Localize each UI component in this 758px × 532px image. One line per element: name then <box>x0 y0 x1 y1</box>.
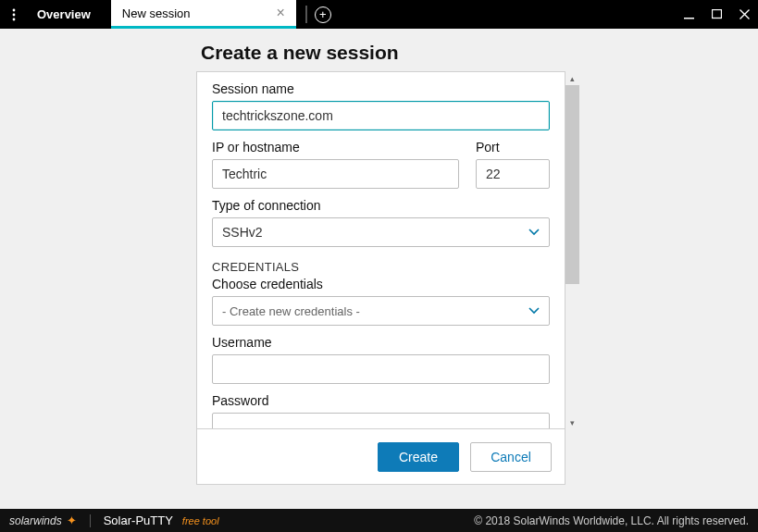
tab-overview-label: Overview <box>37 7 91 21</box>
svg-point-0 <box>13 8 16 11</box>
svg-point-1 <box>13 13 16 16</box>
create-button-label: Create <box>399 450 438 464</box>
svg-rect-4 <box>712 10 721 19</box>
scroll-down-arrow-icon[interactable]: ▾ <box>565 415 579 429</box>
tab-spacer <box>296 0 305 29</box>
session-name-label: Session name <box>212 81 550 96</box>
scroll-up-arrow-icon[interactable]: ▴ <box>565 71 579 85</box>
tab-new-session-label: New session <box>122 6 191 20</box>
choose-credentials-select[interactable]: - Create new credentials - <box>212 296 550 326</box>
create-button[interactable]: Create <box>378 442 459 472</box>
maximize-button[interactable] <box>702 0 730 29</box>
footer-separator <box>90 514 91 527</box>
close-tab-icon[interactable]: × <box>274 6 286 20</box>
footer-bar: solarwinds ✦ Solar-PuTTY free tool © 201… <box>0 509 758 532</box>
brand-name: solarwinds <box>9 514 62 527</box>
port-input[interactable] <box>476 159 550 189</box>
close-window-button[interactable] <box>730 0 758 29</box>
connection-type-select[interactable]: SSHv2 <box>212 217 550 247</box>
page-title: Create a new session <box>201 42 399 64</box>
add-tab-button[interactable]: + <box>307 0 339 29</box>
cancel-button[interactable]: Cancel <box>470 442 552 472</box>
connection-type-value: SSHv2 <box>222 225 263 240</box>
cancel-button-label: Cancel <box>491 450 531 464</box>
tab-new-session[interactable]: New session × <box>111 0 296 29</box>
scrollbar-thumb[interactable] <box>565 85 579 284</box>
username-label: Username <box>212 335 550 350</box>
chevron-down-icon <box>528 303 540 318</box>
window-controls <box>675 0 758 29</box>
free-tool-tag: free tool <box>182 515 219 526</box>
app-menu-icon[interactable] <box>0 0 28 29</box>
password-label: Password <box>212 393 550 408</box>
minimize-button[interactable] <box>675 0 702 29</box>
choose-credentials-value: - Create new credentials - <box>222 304 360 318</box>
credentials-section-label: CREDENTIALS <box>212 260 550 274</box>
port-label: Port <box>476 140 550 155</box>
product-name: Solar-PuTTY <box>104 513 173 527</box>
copyright-text: © 2018 SolarWinds Worldwide, LLC. All ri… <box>474 514 749 527</box>
username-input[interactable] <box>212 354 550 384</box>
tab-overview[interactable]: Overview <box>28 0 111 29</box>
session-name-input[interactable] <box>212 101 550 130</box>
brand-swoosh-icon: ✦ <box>67 513 77 527</box>
choose-credentials-label: Choose credentials <box>212 277 550 291</box>
dialog-button-bar: Create Cancel <box>196 429 565 485</box>
scrollbar[interactable]: ▴ ▾ <box>565 71 579 429</box>
ip-hostname-label: IP or hostname <box>212 140 459 155</box>
svg-point-2 <box>13 18 16 20</box>
ip-hostname-input[interactable] <box>212 159 459 189</box>
chevron-down-icon <box>528 225 540 240</box>
title-tab-bar: Overview New session × + <box>0 0 758 29</box>
plus-icon: + <box>315 6 331 23</box>
form-panel: Session name IP or hostname Port Type of… <box>196 71 565 429</box>
svg-rect-3 <box>684 18 694 19</box>
connection-type-label: Type of connection <box>212 198 550 213</box>
password-input[interactable] <box>212 413 550 428</box>
